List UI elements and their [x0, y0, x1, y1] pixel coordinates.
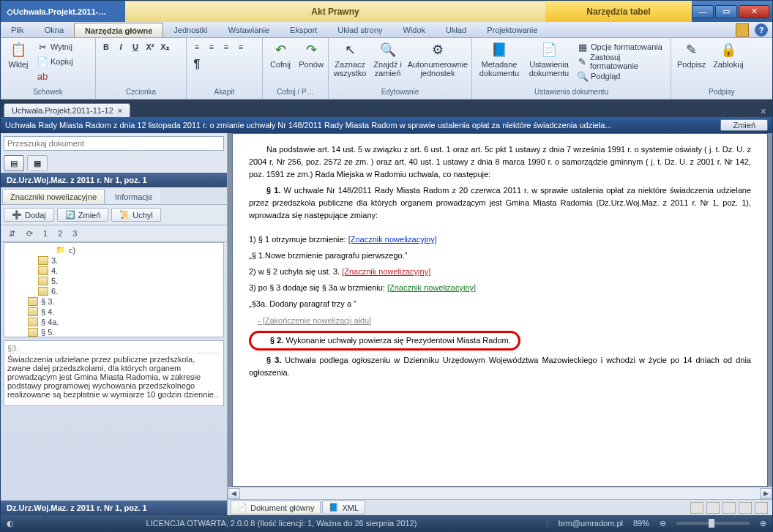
tab-close-icon[interactable]: × [118, 106, 122, 115]
tree-item[interactable]: 📁c) [6, 244, 222, 255]
paste-button[interactable]: 📋Wklej [4, 40, 33, 70]
menu-projektowanie[interactable]: Projektowanie [477, 22, 548, 37]
pilcrow-button[interactable]: ¶ [190, 57, 204, 72]
menu-widok[interactable]: Widok [393, 22, 436, 37]
tree-item[interactable]: 6. [6, 286, 222, 296]
document-tabs: Uchwała.Projekt.2011-11-12 × × [1, 100, 772, 117]
help-icon[interactable]: ? [755, 23, 768, 37]
status-license: LICENCJA OTWARTA, 2.0.0.8 (Ilość licencj… [27, 519, 536, 528]
close-button[interactable]: ✕ [739, 5, 769, 18]
bicon-2[interactable] [706, 502, 720, 514]
view-list-button[interactable]: ▤ [4, 155, 24, 171]
bicon-5[interactable] [755, 502, 768, 514]
item-icon [28, 328, 38, 337]
tb-sort-icon[interactable]: ⇵ [5, 227, 18, 240]
marker-link-3[interactable]: [Znacznik nowelizacyjny] [387, 283, 476, 292]
window-style-icon[interactable] [736, 23, 749, 37]
subtab-znaczniki[interactable]: Znaczniki nowelizacyjne [2, 189, 105, 204]
sign-button[interactable]: ✎Podpisz [674, 40, 709, 70]
apply-fmt-button[interactable]: ✎Zastosuj formatowanie [575, 54, 668, 69]
undo-icon: ↶ [272, 41, 289, 59]
repeal-button[interactable]: 📜Uchyl [111, 208, 161, 222]
tab-main-doc[interactable]: 📄Dokument główny [231, 501, 321, 514]
bold-button[interactable]: B [99, 40, 113, 54]
menu-jednostki[interactable]: Jednostki [163, 22, 217, 37]
group-schowek-label: Schowek [4, 88, 92, 99]
maximize-button[interactable]: ▭ [715, 5, 737, 18]
zoom-in-button[interactable]: ⊕ [760, 519, 766, 528]
menu-plik[interactable]: Plik [1, 22, 34, 37]
superscript-button[interactable]: X² [143, 40, 157, 54]
zoom-slider[interactable] [676, 522, 750, 525]
format-painter-button[interactable]: ab [34, 69, 75, 83]
redo-button[interactable]: ↷Ponów [296, 40, 326, 70]
tb-refresh-icon[interactable]: ⟳ [23, 227, 36, 240]
autonum-button[interactable]: ⚙Autonumerownie jednostek [407, 40, 468, 79]
align-left-button[interactable]: ≡ [190, 40, 204, 54]
fmt-opts-button[interactable]: ▦Opcje formatowania [575, 40, 668, 54]
view-detail-button[interactable]: ▦ [27, 155, 48, 171]
doc-tab[interactable]: Uchwała.Projekt.2011-11-12 × [4, 103, 130, 117]
lock-button[interactable]: 🔒Zablokuj [710, 40, 747, 70]
structure-tree[interactable]: 📁c) 3. 4. 5. 6. § 3. § 4. § 4a. § 5. [4, 242, 224, 337]
italic-button[interactable]: I [113, 40, 128, 54]
page-3[interactable]: 3 [70, 229, 80, 238]
bicon-3[interactable] [722, 502, 736, 514]
bicon-4[interactable] [739, 502, 752, 514]
add-button[interactable]: ➕Dodaj [4, 208, 54, 222]
align-justify-button[interactable]: ≡ [234, 40, 248, 54]
h-scrollbar[interactable]: ◄ ► [228, 487, 772, 499]
tree-item[interactable]: § 4. [6, 307, 222, 317]
subscript-button[interactable]: X₂ [157, 40, 172, 54]
undo-button[interactable]: ↶Cofnij [266, 40, 295, 70]
tab-xml[interactable]: 📘XML [322, 501, 365, 514]
menu-narzedzia-glowne[interactable]: Narzędzia główne [74, 23, 163, 37]
marker-link-1[interactable]: [Znacznik nowelizacyjny] [348, 235, 437, 244]
redo-icon: ↷ [302, 41, 320, 59]
infobar: Uchwała Rady Miasta Radom z dnia 12 list… [1, 117, 772, 133]
page-1[interactable]: 1 [40, 229, 51, 238]
tree-item[interactable]: § 4a. [6, 317, 222, 327]
panel-header-2[interactable]: Dz.Urz.Woj.Maz. z 2011 r. Nr 1, poz. 1 [1, 501, 227, 515]
status-app-icon[interactable]: ◐ [7, 519, 17, 528]
tree-item[interactable]: § 3. [6, 296, 222, 307]
zoom-out-button[interactable]: ⊖ [660, 519, 666, 528]
search-input[interactable] [4, 136, 224, 151]
select-all-button[interactable]: ↖Zaznacz wszystko [332, 40, 368, 79]
document-page[interactable]: Na podstawie art. 14 ust. 5 w związku z … [232, 133, 768, 487]
tree-item[interactable]: § 5. [6, 327, 222, 337]
preview-button[interactable]: 🔍Podgląd [575, 69, 668, 83]
minimize-button[interactable]: — [692, 5, 714, 18]
subtab-informacje[interactable]: Informacje [107, 189, 160, 204]
menu-eksport[interactable]: Eksport [280, 22, 327, 37]
status-email: brm@umradom.pl [559, 519, 623, 528]
menu-wstawianie[interactable]: Wstawianie [218, 22, 280, 37]
doc-meta-button[interactable]: 📘Metadane dokumentu [475, 40, 523, 79]
tree-item[interactable]: 5. [6, 276, 222, 286]
change-button[interactable]: Zmień [720, 119, 768, 131]
cut-button[interactable]: ✂Wytnij [34, 40, 75, 54]
bicon-1[interactable] [690, 502, 703, 514]
menu-okna[interactable]: Okna [34, 22, 74, 37]
book-icon: 📘 [490, 41, 508, 59]
find-replace-button[interactable]: 🔍Znajdź i zamień [370, 40, 406, 79]
end-marker[interactable]: - [Zakończenie nowelizacji aktu] [249, 315, 751, 327]
align-right-button[interactable]: ≡ [219, 40, 234, 54]
menu-uklad[interactable]: Układ [436, 22, 477, 37]
signature-icon: ✎ [683, 41, 701, 59]
align-center-button[interactable]: ≡ [204, 40, 219, 54]
tree-item[interactable]: 4. [6, 266, 222, 276]
scroll-right-icon[interactable]: ► [760, 488, 772, 499]
menu-uklad-strony[interactable]: Układ strony [327, 22, 392, 37]
change-side-button[interactable]: 🔄Zmień [57, 208, 109, 222]
close-all-tabs[interactable]: × [755, 105, 772, 117]
tree-item[interactable]: 3. [6, 255, 222, 266]
page-2[interactable]: 2 [55, 229, 65, 238]
doc-settings-button[interactable]: 📄Ustawienia dokumentu [525, 40, 573, 79]
scroll-left-icon[interactable]: ◄ [228, 488, 240, 499]
panel-header-1[interactable]: Dz.Urz.Woj.Maz. z 2011 r. Nr 1, poz. 1 [1, 173, 227, 187]
copy-button[interactable]: 📄Kopiuj [34, 54, 75, 69]
statusbar: ◐ LICENCJA OTWARTA, 2.0.0.8 (Ilość licen… [1, 515, 772, 531]
marker-link-2[interactable]: [Znacznik nowelizacyjny] [342, 267, 430, 276]
underline-button[interactable]: U [128, 40, 143, 54]
